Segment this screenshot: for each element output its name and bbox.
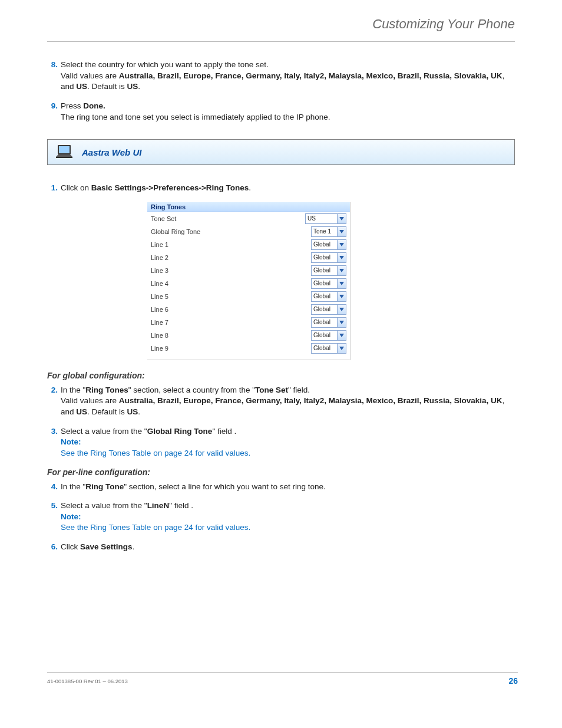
step-4: 4. In the "Ring Tone" section, select a …	[47, 482, 515, 493]
text: See the	[61, 449, 90, 457]
select-dropdown[interactable]: Tone 1	[311, 226, 346, 237]
us-default: US	[127, 407, 138, 416]
step-number: 4.	[47, 482, 58, 493]
setting-row: Line 3Global	[147, 264, 350, 277]
text: Click on	[61, 183, 91, 192]
chevron-down-icon[interactable]	[337, 318, 346, 327]
step-number: 5.	[47, 500, 58, 533]
chevron-down-icon[interactable]	[337, 240, 346, 249]
select-dropdown[interactable]: Global	[311, 291, 346, 302]
note-text: See the Ring Tones Table on page 24 for …	[61, 523, 250, 532]
step-body: Select a value from the "LineN" field . …	[61, 500, 515, 533]
step-6: 6. Click Save Settings.	[47, 542, 515, 553]
computer-icon	[56, 144, 75, 160]
text: See the	[61, 523, 90, 532]
setting-row: Line 1Global	[147, 238, 350, 251]
note-label: Note:	[61, 512, 81, 521]
chevron-down-icon[interactable]	[337, 279, 346, 288]
panel-header: Ring Tones	[147, 202, 350, 212]
text: Press	[61, 101, 83, 110]
valid-values-prefix: Valid values are	[61, 71, 119, 80]
chevron-down-icon[interactable]	[337, 305, 346, 314]
select-value: Tone 1	[312, 228, 337, 235]
page-number: 26	[508, 676, 518, 686]
chevron-down-icon[interactable]	[337, 331, 346, 340]
step-body: In the "Ring Tone" section, select a lin…	[61, 482, 515, 493]
chevron-down-icon[interactable]	[337, 253, 346, 262]
svg-marker-3	[56, 157, 72, 158]
select-dropdown[interactable]: US	[305, 213, 346, 224]
us-value: US	[76, 82, 87, 91]
step-2: 2. In the "Ring Tones" section, select a…	[47, 385, 515, 418]
ring-tones-table-link[interactable]: Ring Tones Table	[90, 523, 151, 532]
svg-marker-6	[339, 243, 344, 246]
note-label: Note:	[61, 437, 81, 446]
step-number: 2.	[47, 385, 58, 418]
text: .	[249, 183, 251, 192]
banner-title: Aastra Web UI	[82, 147, 141, 157]
step-number: 3.	[47, 426, 58, 459]
done-label: Done.	[83, 101, 105, 110]
select-dropdown[interactable]: Global	[311, 239, 346, 250]
svg-marker-7	[339, 256, 344, 259]
select-dropdown[interactable]: Global	[311, 265, 346, 276]
svg-marker-12	[339, 321, 344, 324]
setting-label: Line 1	[151, 241, 311, 248]
svg-marker-10	[339, 295, 344, 298]
setting-row: Line 8Global	[147, 329, 350, 342]
select-dropdown[interactable]: Global	[311, 330, 346, 341]
setting-row: Line 5Global	[147, 290, 350, 303]
step-body: Click on Basic Settings->Preferences->Ri…	[61, 183, 515, 194]
header-rule	[47, 41, 515, 42]
step-body: Press Done. The ring tone and tone set y…	[61, 101, 515, 123]
svg-marker-2	[56, 154, 72, 157]
web-ui-banner: Aastra Web UI	[47, 139, 515, 165]
text: " section, select a country from the "	[128, 386, 255, 394]
svg-marker-8	[339, 269, 344, 272]
country-list: Australia, Brazil, Europe, France, Germa…	[119, 71, 503, 80]
setting-label: Line 6	[151, 306, 311, 313]
setting-label: Line 8	[151, 332, 311, 339]
select-dropdown[interactable]: Global	[311, 317, 346, 328]
select-dropdown[interactable]: Global	[311, 252, 346, 263]
setting-label: Line 2	[151, 254, 311, 261]
step-5: 5. Select a value from the "LineN" field…	[47, 500, 515, 533]
chevron-down-icon[interactable]	[337, 292, 346, 301]
select-value: Global	[312, 332, 337, 338]
page-link[interactable]: page 24	[164, 449, 193, 457]
step-8: 8. Select the country for which you want…	[47, 60, 515, 93]
page-link[interactable]: page 24	[164, 523, 193, 532]
select-value: Global	[312, 254, 337, 261]
step-body: Click Save Settings.	[61, 542, 515, 553]
step-body: Select a value from the "Global Ring Ton…	[61, 426, 515, 459]
chevron-down-icon[interactable]	[337, 266, 346, 275]
select-value: Global	[312, 280, 337, 286]
text: .	[133, 542, 135, 551]
setting-row: Line 7Global	[147, 316, 350, 329]
step-3: 3. Select a value from the "Global Ring …	[47, 426, 515, 459]
step-body: In the "Ring Tones" section, select a co…	[61, 385, 515, 418]
select-value: Global	[312, 267, 337, 274]
select-dropdown[interactable]: Global	[311, 304, 346, 315]
text: . Default is	[87, 82, 127, 91]
chevron-down-icon[interactable]	[337, 214, 346, 223]
step-body: Select the country for which you want to…	[61, 60, 515, 93]
text: on	[151, 523, 164, 532]
step-number: 9.	[47, 101, 58, 123]
linen-label: LineN	[147, 501, 170, 510]
valid-values-prefix: Valid values are	[61, 396, 119, 405]
select-dropdown[interactable]: Global	[311, 343, 346, 354]
ring-tones-panel: Ring Tones Tone SetUSGlobal Ring ToneTon…	[147, 202, 351, 360]
text: " field .	[169, 501, 193, 510]
select-value: Global	[312, 345, 337, 351]
setting-row: Line 9Global	[147, 342, 350, 355]
chevron-down-icon[interactable]	[337, 344, 346, 353]
chevron-down-icon[interactable]	[337, 227, 346, 236]
select-dropdown[interactable]: Global	[311, 278, 346, 289]
setting-row: Tone SetUS	[147, 212, 350, 225]
setting-label: Line 5	[151, 293, 311, 300]
text: for valid values.	[193, 523, 251, 532]
select-value: Global	[312, 319, 337, 325]
ring-tones-table-link[interactable]: Ring Tones Table	[90, 449, 151, 457]
svg-marker-11	[339, 308, 344, 311]
